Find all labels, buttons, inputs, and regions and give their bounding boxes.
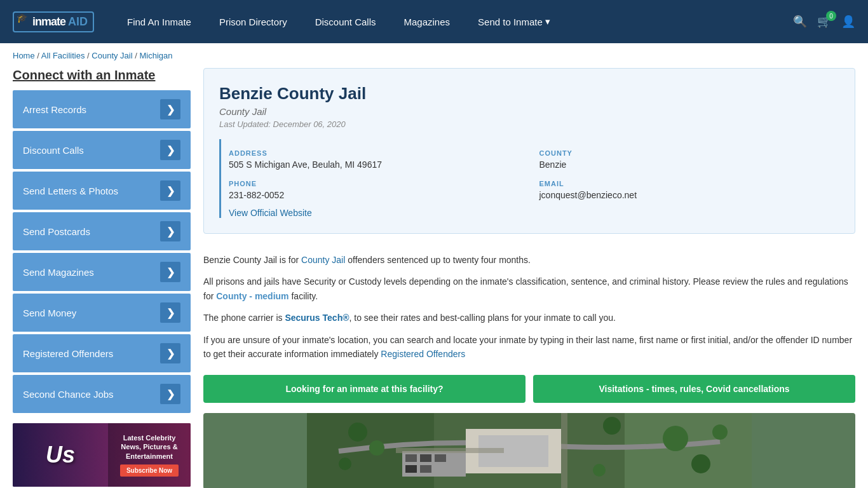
sidebar-item-send-money[interactable]: Send Money ❯ — [13, 294, 191, 332]
view-website-link[interactable]: View Official Website — [229, 208, 312, 218]
ad-content: Us Latest Celebrity News, Pictures & Ent… — [13, 423, 191, 487]
sidebar-item-second-chance-jobs[interactable]: Second Chance Jobs ❯ — [13, 375, 191, 413]
search-icon[interactable]: 🔍 — [793, 15, 807, 29]
svg-rect-12 — [396, 448, 504, 453]
breadcrumb-county-jail[interactable]: County Jail — [92, 51, 132, 60]
address-block: ADDRESS 505 S Michigan Ave, Beulah, MI 4… — [229, 149, 529, 170]
county-block: COUNTY Benzie — [539, 149, 840, 170]
sidebar-label-arrest-records: Arrest Records — [23, 104, 86, 115]
nav-find-inmate[interactable]: Find An Inmate — [113, 0, 205, 43]
sidebar-label-registered-offenders: Registered Offenders — [23, 348, 113, 359]
county-medium-link[interactable]: County - medium — [216, 291, 288, 301]
aerial-photo — [203, 413, 855, 488]
visitations-button[interactable]: Visitations - times, rules, Covid cancel… — [533, 375, 855, 403]
sidebar-label-send-postcards: Send Postcards — [23, 226, 90, 237]
user-icon[interactable]: 👤 — [841, 15, 855, 29]
desc-para3-prefix: The phone carrier is — [203, 313, 285, 323]
description-para2: All prisons and jails have Security or C… — [203, 274, 855, 303]
email-label: EMAIL — [539, 180, 840, 187]
sidebar-item-send-letters[interactable]: Send Letters & Photos ❯ — [13, 172, 191, 210]
svg-point-17 — [691, 454, 710, 473]
arrow-icon-7: ❯ — [160, 384, 180, 404]
sidebar-item-registered-offenders[interactable]: Registered Offenders ❯ — [13, 334, 191, 372]
ad-subscribe-button[interactable]: Subscribe Now — [120, 464, 179, 477]
svg-rect-10 — [420, 465, 431, 473]
facility-type: County Jail — [219, 106, 839, 117]
logo-box[interactable]: 🎓 inmate AID — [13, 11, 94, 32]
breadcrumb: Home / All Facilities / County Jail / Mi… — [13, 51, 855, 60]
logo-aid-text: AID — [68, 15, 88, 29]
sidebar-item-send-postcards[interactable]: Send Postcards ❯ — [13, 212, 191, 250]
svg-point-16 — [663, 426, 688, 451]
navbar-icons: 🔍 🛒 0 👤 — [793, 15, 855, 29]
cart-icon[interactable]: 🛒 0 — [817, 15, 831, 29]
nav-prison-directory[interactable]: Prison Directory — [205, 0, 301, 43]
sidebar-label-second-chance-jobs: Second Chance Jobs — [23, 389, 114, 400]
sidebar-title: Connect with an Inmate — [13, 68, 191, 83]
navbar: 🎓 inmate AID Find An Inmate Prison Direc… — [0, 0, 868, 43]
svg-point-13 — [348, 423, 367, 442]
svg-rect-2 — [625, 413, 752, 488]
sidebar-item-discount-calls[interactable]: Discount Calls ❯ — [13, 131, 191, 169]
arrow-icon-4: ❯ — [160, 262, 180, 282]
address-label: ADDRESS — [229, 149, 529, 157]
svg-rect-8 — [435, 454, 446, 462]
desc-para1-prefix: Benzie County Jail is for — [203, 255, 301, 265]
dropdown-chevron-icon: ▾ — [545, 16, 550, 27]
address-value: 505 S Michigan Ave, Beulah, MI 49617 — [229, 159, 529, 170]
arrow-icon-0: ❯ — [160, 99, 180, 119]
description-para3: The phone carrier is Securus Tech®, to s… — [203, 311, 855, 325]
phone-label: PHONE — [229, 180, 529, 187]
sidebar: Connect with an Inmate Arrest Records ❯ … — [13, 68, 191, 488]
email-block: EMAIL jconquest@benzieco.net — [539, 180, 840, 200]
facility-details-grid: ADDRESS 505 S Michigan Ave, Beulah, MI 4… — [229, 139, 839, 200]
nav-discount-calls[interactable]: Discount Calls — [301, 0, 390, 43]
find-inmate-button[interactable]: Looking for an inmate at this facility? — [203, 375, 526, 403]
sidebar-label-send-letters: Send Letters & Photos — [23, 186, 118, 196]
registered-offenders-link[interactable]: Registered Offenders — [381, 349, 465, 359]
logo[interactable]: 🎓 inmate AID — [13, 11, 94, 32]
sidebar-ad[interactable]: Us Latest Celebrity News, Pictures & Ent… — [13, 423, 191, 487]
county-value: Benzie — [539, 159, 840, 170]
ad-text-area: Latest Celebrity News, Pictures & Entert… — [108, 423, 191, 487]
desc-para3-suffix: , to see their rates and best-calling pl… — [349, 313, 616, 323]
facility-name: Benzie County Jail — [219, 84, 839, 104]
county-jail-link[interactable]: County Jail — [301, 255, 345, 265]
nav-links: Find An Inmate Prison Directory Discount… — [113, 0, 793, 43]
description-section: Benzie County Jail is for County Jail of… — [203, 247, 855, 375]
cart-badge: 0 — [826, 11, 836, 21]
svg-rect-7 — [420, 454, 431, 462]
phone-block: PHONE 231-882-0052 — [229, 180, 529, 200]
svg-point-18 — [712, 424, 728, 440]
arrow-icon-3: ❯ — [160, 221, 180, 241]
breadcrumb-all-facilities[interactable]: All Facilities — [41, 51, 85, 60]
arrow-icon-5: ❯ — [160, 302, 180, 323]
svg-point-19 — [593, 464, 606, 477]
facility-card: Benzie County Jail County Jail Last Upda… — [203, 68, 855, 234]
sidebar-item-send-magazines[interactable]: Send Magazines ❯ — [13, 253, 191, 291]
description-para4: If you are unsure of your inmate's locat… — [203, 333, 855, 362]
sidebar-menu: Arrest Records ❯ Discount Calls ❯ Send L… — [13, 90, 191, 413]
main-content: Benzie County Jail County Jail Last Upda… — [203, 68, 855, 488]
breadcrumb-bar: Home / All Facilities / County Jail / Mi… — [0, 43, 868, 68]
ad-logo-area: Us — [13, 423, 108, 487]
svg-rect-11 — [561, 413, 567, 488]
send-to-inmate-label: Send to Inmate — [478, 17, 543, 27]
ad-us-logo: Us — [46, 442, 75, 468]
securus-tech-link[interactable]: Securus Tech® — [285, 313, 349, 323]
svg-point-20 — [603, 417, 621, 435]
logo-hat-icon: 🎓 — [17, 13, 27, 23]
view-website-block: View Official Website — [229, 208, 839, 218]
nav-send-to-inmate[interactable]: Send to Inmate ▾ — [464, 0, 564, 43]
phone-value: 231-882-0052 — [229, 190, 529, 200]
nav-magazines[interactable]: Magazines — [390, 0, 465, 43]
svg-rect-9 — [405, 465, 417, 473]
facility-last-updated: Last Updated: December 06, 2020 — [219, 119, 839, 129]
action-buttons: Looking for an inmate at this facility? … — [203, 375, 855, 403]
svg-rect-6 — [405, 454, 417, 462]
arrow-icon-2: ❯ — [160, 180, 180, 201]
svg-point-14 — [369, 440, 384, 456]
breadcrumb-home[interactable]: Home — [13, 51, 35, 60]
breadcrumb-michigan[interactable]: Michigan — [139, 51, 172, 60]
sidebar-item-arrest-records[interactable]: Arrest Records ❯ — [13, 90, 191, 128]
